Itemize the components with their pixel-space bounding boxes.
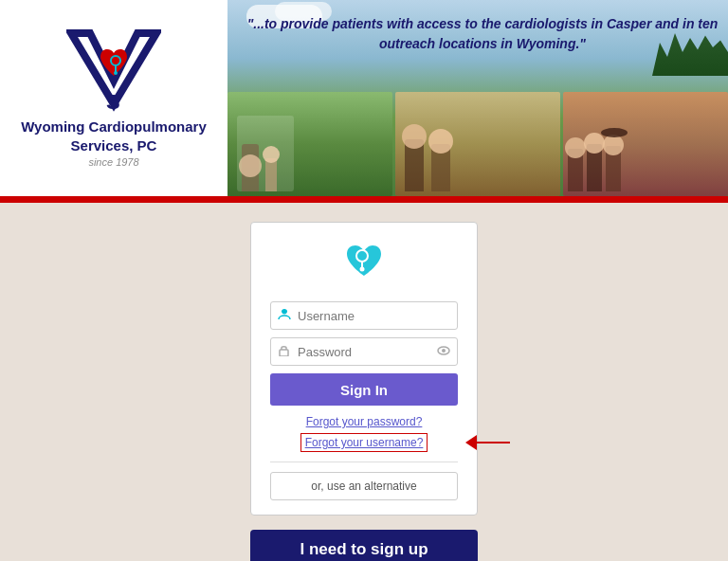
arrow-line [477,442,510,443]
since-text: since 1978 [88,156,138,168]
arrow-head [465,435,477,450]
forgot-username-section: Forgot your username? [270,433,458,452]
banner-section: "...to provide patients with access to t… [228,0,728,196]
show-password-icon[interactable] [437,345,450,358]
password-input[interactable] [270,337,458,366]
banner-photos [228,92,728,196]
forgot-password-link[interactable]: Forgot your password? [270,415,458,428]
svg-point-7 [360,267,365,272]
photo-3 [563,92,728,196]
username-icon [278,308,291,324]
main-content: Sign In Forgot your password? Forgot you… [0,203,728,561]
company-name: Wyoming Cardiopulmonary Services, PC [9,118,218,154]
banner-quote: "...to provide patients with access to t… [246,14,719,54]
sign-in-button[interactable]: Sign In [270,373,458,406]
page-header: S Wyoming Cardiopulmonary Services, PC s… [0,0,728,199]
login-logo [270,242,458,287]
arrow-indicator [465,435,510,450]
banner-background: "...to provide patients with access to t… [228,0,728,196]
svg-rect-8 [280,350,288,356]
photo-2 [395,92,560,196]
login-box: Sign In Forgot your password? Forgot you… [250,222,478,516]
svg-point-10 [442,349,446,353]
logo-section: S Wyoming Cardiopulmonary Services, PC s… [0,0,228,196]
company-logo: S [66,28,161,114]
signup-button[interactable]: I need to sign up [250,530,478,561]
photo-1 [228,92,392,196]
divider [270,461,458,462]
password-icon [278,344,290,359]
svg-point-3 [114,71,118,75]
username-field-wrapper [270,301,458,330]
svg-text:S: S [106,90,120,114]
forgot-username-link[interactable]: Forgot your username? [300,433,428,452]
alternative-button[interactable]: or, use an alternative [270,472,458,500]
password-field-wrapper [270,337,458,366]
username-input[interactable] [270,301,458,330]
login-heart-icon [343,242,385,283]
